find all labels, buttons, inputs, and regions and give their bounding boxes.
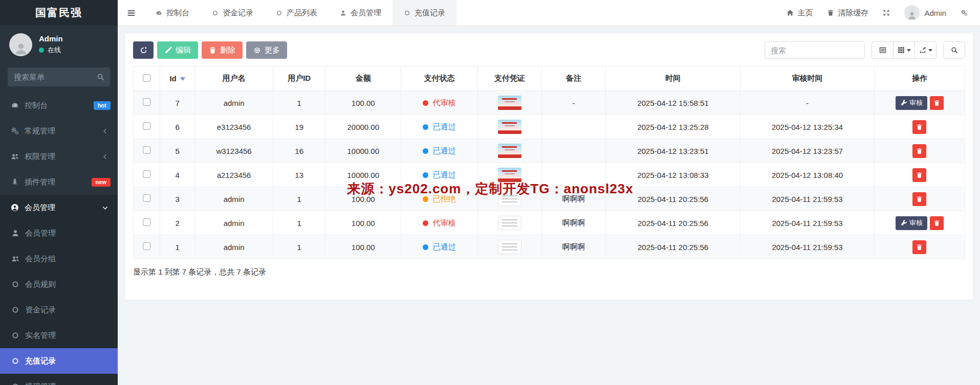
row-checkbox[interactable] (143, 122, 150, 130)
sidebar-subitem-label: 充值记录 (25, 356, 56, 366)
sidebar-subitem-realname-mgmt[interactable]: 实名管理 (0, 323, 118, 348)
cell-audit-time: 2025-04-11 21:59:53 (741, 187, 875, 211)
payment-voucher-image[interactable] (498, 144, 521, 158)
ring-icon (11, 331, 19, 339)
tab-console[interactable]: 控制台 (144, 0, 201, 26)
row-actions: 审核 (875, 216, 965, 230)
audit-button[interactable]: 审核 (896, 96, 927, 110)
topnav: 控制台资金记录产品列表会员管理充值记录 主页 清除缓存 Admi (118, 0, 980, 26)
cell-user-id: 1 (273, 91, 325, 115)
row-checkbox[interactable] (143, 98, 150, 106)
columns-button[interactable] (893, 41, 915, 59)
home-link[interactable]: 主页 (787, 8, 813, 18)
table-search-input[interactable] (765, 41, 865, 59)
table-row[interactable]: 5w31234561610000.00已通过2025-04-12 13:23:5… (134, 139, 965, 163)
tab-money-log[interactable]: 资金记录 (201, 0, 265, 26)
cell-pay-voucher (477, 211, 541, 235)
sidebar-item-addon-mgmt[interactable]: 插件管理new (0, 169, 118, 195)
expand-icon (883, 9, 890, 16)
sidebar-subitem-money-log[interactable]: 资金记录 (0, 297, 118, 323)
sidebar-item-auth-mgmt[interactable]: 权限管理 (0, 144, 118, 169)
table-row[interactable]: 3admin1100.00已拒绝啊啊啊2025-04-11 20:25:5620… (134, 187, 965, 211)
clear-cache-link[interactable]: 清除缓存 (827, 8, 868, 18)
pencil-icon (164, 47, 172, 54)
export-button[interactable] (914, 41, 937, 59)
trash-icon (916, 148, 923, 154)
row-delete-button[interactable] (912, 192, 926, 206)
topnav-tabs: 控制台资金记录产品列表会员管理充值记录 (144, 0, 456, 26)
detail-view-button[interactable] (872, 41, 894, 59)
payment-voucher-image[interactable] (498, 96, 521, 110)
trash-icon (933, 220, 940, 227)
cell-audit-time: 2025-04-11 21:59:53 (741, 211, 875, 235)
sidebar-user-panel: Admin 在线 (0, 26, 118, 62)
row-checkbox[interactable] (143, 170, 150, 178)
payment-voucher-image[interactable] (498, 192, 521, 206)
row-delete-button[interactable] (930, 216, 944, 230)
sidebar-subitem-member-rule[interactable]: 会员规则 (0, 271, 118, 297)
cell-checkbox (134, 211, 160, 235)
row-delete-button[interactable] (912, 144, 926, 158)
sidebar-item-member-mgmt[interactable]: 会员管理 (0, 195, 118, 220)
sidebar-subitem-member-group[interactable]: 会员分组 (0, 246, 118, 271)
table-row[interactable]: 6e31234561920000.00已通过2025-04-12 13:25:2… (134, 115, 965, 139)
payment-voucher-image[interactable] (498, 240, 521, 254)
cell-audit-time: 2025-04-12 13:08:40 (741, 163, 875, 187)
search-toggle-button[interactable] (943, 41, 965, 59)
cell-operate: 审核 (874, 91, 965, 115)
payment-voucher-image[interactable] (498, 120, 521, 134)
trash-icon (916, 244, 923, 251)
sidebar-item-right: new (92, 178, 111, 187)
menu-toggle-button[interactable] (118, 0, 144, 26)
row-delete-button[interactable] (930, 96, 944, 110)
sidebar-subitem-member-list[interactable]: 会员管理 (0, 220, 118, 246)
row-checkbox[interactable] (143, 194, 150, 202)
more-button[interactable]: 更多 (246, 41, 287, 59)
payment-voucher-image[interactable] (498, 216, 521, 230)
tab-member-mgmt[interactable]: 会员管理 (329, 0, 393, 26)
audit-button[interactable]: 审核 (896, 216, 927, 230)
row-checkbox[interactable] (143, 218, 150, 226)
column-header-id[interactable]: Id (160, 66, 195, 91)
online-dot-icon (39, 48, 44, 53)
row-delete-button[interactable] (912, 120, 926, 134)
edit-button[interactable]: 编辑 (157, 41, 198, 59)
table-row[interactable]: 1admin1100.00已通过啊啊啊2025-04-11 20:25:5620… (134, 235, 965, 259)
table-row[interactable]: 2admin1100.00代审核啊啊啊2025-04-11 20:25:5620… (134, 211, 965, 235)
payment-voucher-image[interactable] (498, 168, 521, 182)
row-delete-button[interactable] (912, 168, 926, 182)
cell-amount: 100.00 (325, 91, 401, 115)
row-delete-button[interactable] (912, 240, 926, 254)
status-label: 已通过 (432, 122, 455, 132)
delete-button[interactable]: 删除 (202, 41, 243, 59)
settings-button[interactable] (961, 9, 968, 16)
sidebar-item-console[interactable]: 控制台hot (0, 93, 118, 118)
sidebar-subitem-withdraw-mgmt[interactable]: 提现管理 (0, 374, 118, 385)
cell-username: admin (195, 91, 273, 115)
user-menu[interactable]: Admin (904, 5, 946, 20)
brand-logo[interactable]: 国富民强 (0, 0, 118, 26)
column-header-label: 支付凭证 (494, 74, 525, 82)
row-checkbox[interactable] (143, 242, 150, 250)
refresh-button[interactable] (133, 41, 154, 59)
sidebar-item-general-mgmt[interactable]: 常规管理 (0, 118, 118, 144)
sidebar-subitem-recharge-log[interactable]: 充值记录 (0, 348, 118, 374)
cogs-icon (961, 9, 968, 16)
tab-product-list[interactable]: 产品列表 (265, 0, 329, 26)
status-label: 代审核 (432, 98, 455, 108)
tab-recharge-log[interactable]: 充值记录 (393, 0, 456, 26)
menu-search-input[interactable] (8, 67, 110, 86)
table-row[interactable]: 4a21234561310000.00已通过2025-04-12 13:08:3… (134, 163, 965, 187)
cell-remark: 啊啊啊 (541, 235, 605, 259)
sidebar-subitem-label: 会员分组 (25, 254, 56, 264)
select-all-checkbox[interactable] (143, 74, 150, 82)
table-row[interactable]: 7admin1100.00代审核-2025-04-12 15:58:51-审核 (134, 91, 965, 115)
sidebar-item-right (102, 205, 111, 211)
status-label: 已拒绝 (432, 194, 455, 204)
chevron-left-icon (102, 128, 108, 134)
avatar[interactable] (9, 33, 32, 56)
list-icon (879, 47, 886, 54)
fullscreen-button[interactable] (883, 9, 890, 16)
ring-icon (404, 10, 410, 16)
row-checkbox[interactable] (143, 146, 150, 154)
